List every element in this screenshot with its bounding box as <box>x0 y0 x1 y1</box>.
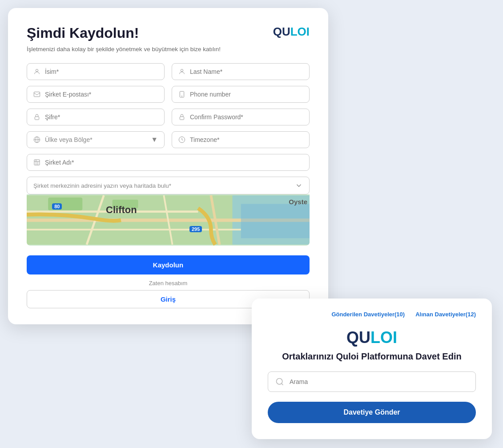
logo-qu: QU <box>273 25 290 38</box>
page-title: Şimdi Kaydolun! <box>27 25 139 41</box>
invite-logo-loi: LOI <box>370 328 397 347</box>
phone-icon <box>178 91 185 98</box>
invite-tabs: Gönderilen Davetiyeler(10) Alınan Daveti… <box>268 311 476 318</box>
clock-icon <box>178 136 185 143</box>
password-input[interactable] <box>45 113 158 121</box>
map-container: Clifton Oyste 80 295 <box>27 194 310 246</box>
password-field <box>27 109 165 125</box>
registration-card: Şimdi Kaydolun! QULOI İşletmenizi daha k… <box>8 8 328 324</box>
card-subtitle: İşletmenizi daha kolay bir şekilde yönet… <box>27 46 310 52</box>
email-input[interactable] <box>45 91 158 98</box>
country-select-wrapper: Ülke veya Bölge* ▼ <box>45 136 158 143</box>
email-field <box>27 86 165 103</box>
already-account-text: Zaten hesabım <box>27 280 310 287</box>
invite-logo-qu: QU <box>346 328 370 347</box>
phone-field <box>172 86 310 103</box>
address-label: Şirket merkezinin adresini yazın veya ha… <box>33 182 290 189</box>
person-icon <box>33 68 40 75</box>
last-name-field <box>172 63 310 80</box>
map-label-oyste: Oyste <box>289 198 307 206</box>
search-field <box>268 371 476 392</box>
svg-rect-6 <box>180 117 184 120</box>
search-input[interactable] <box>290 378 468 385</box>
register-button[interactable]: Kaydolun <box>27 255 310 274</box>
chevron-down-icon <box>295 182 303 190</box>
globe-icon <box>33 136 40 143</box>
tab-sent[interactable]: Gönderilen Davetiyeler(10) <box>331 311 405 318</box>
form-grid: Ülke veya Bölge* ▼ <box>27 63 310 171</box>
phone-input[interactable] <box>190 91 303 98</box>
first-name-input[interactable] <box>45 68 158 75</box>
map-svg <box>27 194 310 246</box>
logo: QULOI <box>273 25 310 39</box>
invite-title: Ortaklarınızı Quloi Platformuna Davet Ed… <box>268 351 476 362</box>
lock-icon <box>33 113 40 121</box>
invite-card: Gönderilen Davetiyeler(10) Alınan Daveti… <box>252 299 492 439</box>
svg-rect-20 <box>113 200 138 208</box>
svg-rect-2 <box>34 92 40 97</box>
svg-point-1 <box>181 69 183 72</box>
last-name-input[interactable] <box>190 68 303 75</box>
person-icon <box>178 68 185 75</box>
svg-rect-21 <box>241 204 310 238</box>
lock-icon <box>178 113 185 121</box>
card-header: Şimdi Kaydolun! QULOI <box>27 25 310 41</box>
svg-point-22 <box>277 379 282 384</box>
search-icon <box>275 377 284 386</box>
mail-icon <box>33 91 40 98</box>
timezone-field <box>172 131 310 148</box>
first-name-field <box>27 63 165 80</box>
svg-rect-5 <box>35 117 39 120</box>
svg-point-4 <box>181 96 182 96</box>
svg-rect-10 <box>34 160 40 165</box>
country-select[interactable]: Ülke veya Bölge* <box>45 136 158 143</box>
confirm-password-field <box>172 109 310 125</box>
company-name-input[interactable] <box>45 159 303 166</box>
timezone-input[interactable] <box>190 136 303 143</box>
building-icon <box>33 159 40 166</box>
company-name-field <box>27 154 310 171</box>
invite-button[interactable]: Davetiye Gönder <box>268 402 476 423</box>
logo-loi: LOI <box>290 25 310 38</box>
invite-logo: QULOI <box>268 328 476 347</box>
address-dropdown[interactable]: Şirket merkezinin adresini yazın veya ha… <box>27 177 310 194</box>
tab-received[interactable]: Alınan Davetiyeler(12) <box>415 311 476 318</box>
country-field: Ülke veya Bölge* ▼ <box>27 131 165 148</box>
map-badge-295: 295 <box>189 226 202 232</box>
svg-point-0 <box>36 69 38 72</box>
confirm-password-input[interactable] <box>190 113 303 121</box>
map-badge-80: 80 <box>52 203 62 210</box>
